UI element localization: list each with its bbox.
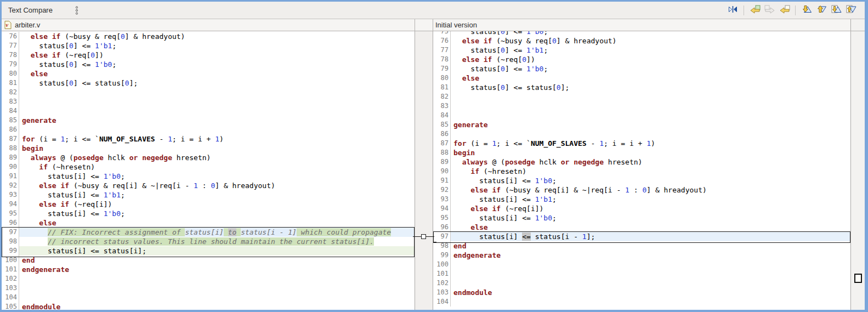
code-line[interactable]: 97 // FIX: Incorrect assignment of statu… [2,228,415,237]
code-text: else if (~busy & req[0] & hreadyout) [19,32,415,41]
code-line[interactable]: 92 else if (~busy & req[i] & ~|req[i - 1… [433,185,850,195]
code-line[interactable]: 84 [2,106,415,116]
code-line[interactable]: 93 status[i] <= 1'b1; [2,190,415,200]
code-line[interactable]: 91 status[i] <= 1'b0; [433,176,850,185]
code-line[interactable]: 94 else if (~req[i]) [2,200,415,209]
code-text: end [19,256,415,265]
copy-current-right-to-left-button[interactable] [777,4,792,17]
line-number: 93 [2,190,19,200]
code-line[interactable]: 103 [2,283,415,293]
code-line[interactable]: 83 [433,101,850,111]
diff-marker[interactable] [854,274,862,283]
code-line[interactable]: 80 else [433,73,850,83]
view-menu-button[interactable] [72,5,81,16]
code-line[interactable]: 78 else if (~req[0]) [2,50,415,60]
code-line[interactable]: 88begin [433,148,850,157]
overview-ruler[interactable] [850,31,865,310]
code-line[interactable]: 100end [2,256,415,265]
code-line[interactable]: 104 [2,293,415,302]
code-line[interactable]: 97 status[i] <= status[i - 1]; [433,232,850,241]
code-line[interactable]: 101endgenerate [2,265,415,274]
line-number: 77 [433,46,451,55]
code-line[interactable]: 98 // incorrect status values. This line… [2,237,415,246]
code-line[interactable]: 89 always @ (posedge hclk or negedge hre… [2,153,415,162]
previous-difference-button[interactable] [814,4,829,17]
line-number: 98 [2,237,19,246]
code-line[interactable]: 100 [433,260,850,269]
code-line[interactable]: 77 status[0] <= 1'b1; [2,41,415,50]
code-line[interactable]: 77 status[0] <= 1'b1; [433,46,850,55]
code-line[interactable]: 90 if (~hresetn) [433,167,850,176]
code-line[interactable]: 87for (i = 1; i <= `NUM_OF_SLAVES - 1; i… [433,139,850,148]
code-line[interactable]: 86 [2,125,415,134]
code-line[interactable]: 88begin [2,144,415,153]
code-line[interactable]: 90 if (~hresetn) [2,162,415,172]
code-line[interactable]: 103endmodule [433,288,850,297]
code-line[interactable]: 82 [433,92,850,101]
line-number: 98 [433,241,451,251]
line-number: 80 [433,73,451,83]
code-line[interactable]: 96 else [2,218,415,228]
line-number: 78 [2,50,19,60]
code-line[interactable]: 86 [433,129,850,139]
center-gutter [415,31,433,310]
code-line[interactable]: 89 always @ (posedge hclk or negedge hre… [433,157,850,167]
code-line[interactable]: 102 [433,279,850,288]
code-line[interactable]: 105endmodule [2,302,415,310]
copy-all-right-to-left-button[interactable] [747,4,762,17]
code-line[interactable]: 85generate [433,120,850,129]
code-line[interactable]: 80 else [2,69,415,78]
code-line[interactable]: 95 status[i] <= 1'b0; [2,209,415,218]
code-line[interactable]: 101 [433,269,850,279]
code-line[interactable]: 94 else if (~req[i]) [433,204,850,213]
line-number: 85 [433,120,451,129]
code-line[interactable]: 79 status[0] <= 1'b0; [433,64,850,73]
code-line[interactable]: 91 status[i] <= 1'b0; [2,172,415,181]
left-editor-pane[interactable]: 76 else if (~busy & req[0] & hreadyout)7… [2,31,415,310]
code-line[interactable]: 87for (i = 1; i <= `NUM_OF_SLAVES - 1; i… [2,134,415,144]
swap-left-right-button[interactable] [725,4,740,17]
code-line[interactable]: 98end [433,241,850,251]
line-number: 89 [2,153,19,162]
line-number: 82 [2,88,19,97]
code-line[interactable]: 79 status[0] <= 1'b0; [2,60,415,69]
code-text: else if (~busy & req[i] & ~|req[i - 1 : … [451,185,850,195]
line-number: 86 [433,129,451,139]
code-line[interactable]: 75 status[0] <= 1'b0; [433,31,850,36]
code-line[interactable]: 104 [433,297,850,307]
next-change-button[interactable] [829,4,843,17]
code-line[interactable]: 82 [2,88,415,97]
code-line[interactable]: 99endgenerate [433,251,850,260]
code-text: else [19,218,415,228]
line-number: 104 [433,297,451,307]
code-line[interactable]: 81 status[0] <= status[0]; [433,83,850,92]
code-text: always @ (posedge hclk or negedge hreset… [451,157,850,167]
code-line[interactable]: 96 else [433,223,850,232]
code-line[interactable]: 85generate [2,116,415,125]
code-text: end [451,241,850,251]
copy-current-left-to-right-button[interactable] [762,4,777,17]
previous-change-button[interactable] [843,4,858,17]
code-line[interactable]: 78 else if (~req[0]) [433,55,850,64]
code-line[interactable]: 102 [2,274,415,283]
code-text [451,111,850,120]
next-difference-button[interactable] [799,4,814,17]
code-line[interactable]: 84 [433,111,850,120]
code-line[interactable]: 76 else if (~busy & req[0] & hreadyout) [433,36,850,46]
code-text: else if (~req[0]) [451,55,850,64]
code-line[interactable]: 81 status[0] <= status[0]; [2,78,415,88]
code-line[interactable]: 93 status[i] <= 1'b1; [433,195,850,204]
code-line[interactable]: 95 status[i] <= 1'b0; [433,213,850,223]
diff-connector-handle[interactable] [421,234,426,239]
right-editor-pane[interactable]: 75 status[0] <= 1'b0;76 else if (~busy &… [433,31,850,310]
code-line[interactable]: 99 status[i] <= status[i]; [2,246,415,256]
left-code-lines: 76 else if (~busy & req[0] & hreadyout)7… [2,31,415,310]
code-line[interactable]: 83 [2,97,415,106]
code-line[interactable]: 92 else if (~busy & req[i] & ~|req[i - 1… [2,181,415,190]
code-text: status[0] <= status[0]; [451,83,850,92]
copy-all-right-to-left-icon [750,5,761,16]
line-number: 93 [433,195,451,204]
line-number: 78 [433,55,451,64]
code-line[interactable]: 76 else if (~busy & req[0] & hreadyout) [2,32,415,41]
code-text [451,92,850,101]
